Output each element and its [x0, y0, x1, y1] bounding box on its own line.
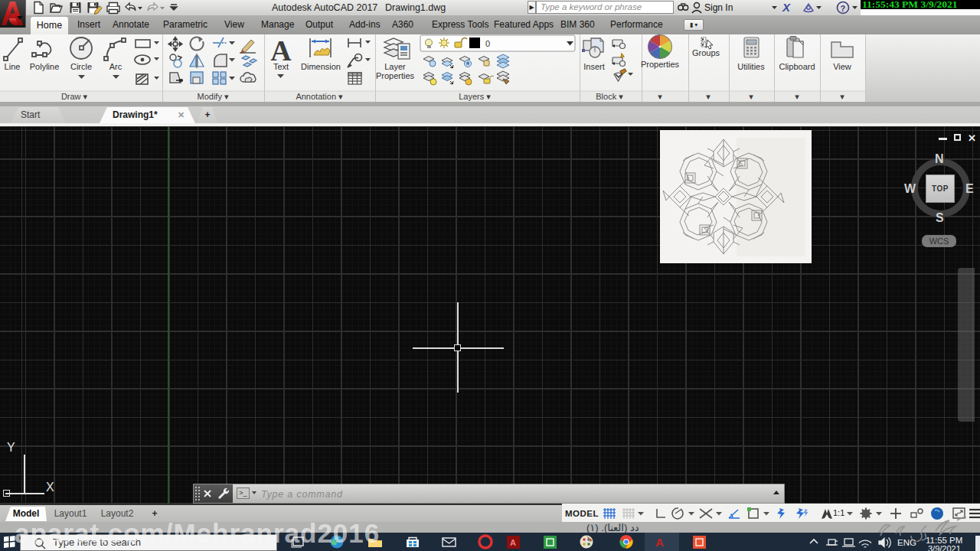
- svg-text:Layer: Layer: [384, 62, 406, 71]
- svg-text:X: X: [782, 1, 791, 14]
- svg-text:Annotation ▾: Annotation ▾: [296, 92, 343, 101]
- svg-text:Properties: Properties: [376, 71, 415, 80]
- svg-text:Properties: Properties: [641, 60, 680, 69]
- svg-text:▾: ▾: [706, 92, 710, 101]
- svg-text:Dimension: Dimension: [301, 62, 341, 71]
- svg-text:Text: Text: [273, 62, 289, 71]
- svg-text:View: View: [833, 62, 851, 71]
- svg-text:Groups: Groups: [692, 48, 720, 57]
- svg-text:Utilities: Utilities: [737, 62, 765, 71]
- svg-text:Insert: Insert: [583, 62, 605, 71]
- svg-text:MODEL: MODEL: [565, 509, 599, 518]
- svg-text:Circle: Circle: [70, 62, 92, 71]
- svg-text:Modify ▾: Modify ▾: [198, 92, 229, 101]
- svg-text:▾: ▾: [795, 92, 799, 101]
- svg-text:▾: ▾: [749, 92, 753, 101]
- svg-text:▾: ▾: [840, 92, 844, 101]
- svg-text:A: A: [510, 538, 516, 547]
- svg-text:Sign In: Sign In: [704, 2, 733, 13]
- svg-text:▾: ▾: [658, 92, 662, 101]
- svg-text:Arc: Arc: [109, 62, 122, 71]
- svg-text:Block ▾: Block ▾: [596, 92, 623, 101]
- svg-text:1:1: 1:1: [833, 508, 844, 517]
- svg-text:Line: Line: [5, 62, 21, 71]
- svg-text:A: A: [655, 536, 664, 549]
- svg-text:?: ?: [841, 4, 846, 13]
- svg-text:Polyline: Polyline: [30, 62, 60, 71]
- svg-text:3/9/2021: 3/9/2021: [928, 544, 961, 551]
- svg-text:Layers ▾: Layers ▾: [459, 92, 491, 101]
- svg-text:0: 0: [485, 39, 490, 48]
- svg-text:Draw ▾: Draw ▾: [61, 92, 88, 101]
- svg-text:Clipboard: Clipboard: [779, 62, 815, 71]
